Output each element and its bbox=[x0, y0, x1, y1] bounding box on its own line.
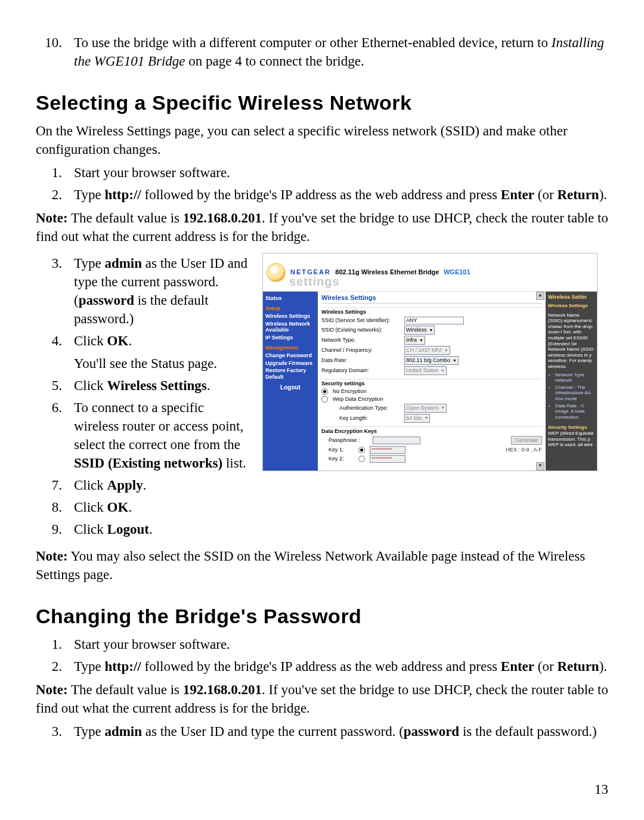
sec1-step3: Type admin as the User ID and type the c… bbox=[36, 254, 250, 328]
sec2-s2ret: Return bbox=[557, 659, 599, 674]
regdomain-value: United States bbox=[406, 367, 438, 374]
help-sub: Wireless Settings bbox=[548, 303, 595, 309]
sec2-steps-3: Type admin as the User ID and type the c… bbox=[36, 722, 608, 741]
sec2-s2pre: Type bbox=[74, 659, 104, 674]
sidebar-item-wireless-available[interactable]: Wireless Network Available bbox=[265, 321, 315, 334]
sec1-step1-text: Start your browser software. bbox=[74, 165, 230, 180]
radio-wep[interactable] bbox=[321, 396, 328, 403]
sec1-note1-ip: 192.168.0.201 bbox=[183, 211, 262, 225]
sec1-steps-3-9: Type admin as the User ID and type the c… bbox=[36, 254, 250, 539]
keylength-label: Key Length: bbox=[339, 415, 402, 422]
s8a: Click bbox=[74, 500, 107, 515]
help-li3: Data Rate - C bridge. A lowe connection. bbox=[555, 403, 595, 420]
sec2-s3b: as the User ID and type the current pass… bbox=[142, 724, 404, 739]
sidebar-item-ip-settings[interactable]: IP Settings bbox=[265, 335, 315, 341]
scroll-down-icon[interactable]: ▼ bbox=[536, 462, 544, 471]
sidebar-item-wireless-settings[interactable]: Wireless Settings bbox=[265, 313, 315, 320]
sec1-step5: Click Wireless Settings. bbox=[36, 376, 250, 395]
s8b: . bbox=[128, 500, 132, 515]
sec2-s2or: (or bbox=[534, 659, 557, 674]
sec1-step4: Click OK. You'll see the Status page. bbox=[36, 332, 250, 372]
sidebar-item-status[interactable]: Status bbox=[265, 295, 315, 302]
sidebar-item-upgrade-firmware[interactable]: Upgrade Firmware bbox=[265, 360, 315, 367]
continued-ordered-list: To use the bridge with a different compu… bbox=[36, 33, 608, 70]
authtype-label: Authentication Type: bbox=[339, 405, 402, 411]
ssid-label: SSID (Service Set Identifier): bbox=[321, 317, 402, 324]
sec2-s3a: Type bbox=[74, 724, 104, 739]
s5a: Click bbox=[74, 378, 107, 393]
chevron-down-icon: ▼ bbox=[441, 369, 445, 373]
sec2-step3: Type admin as the User ID and type the c… bbox=[36, 722, 608, 741]
sec1-note1-pre: Note: bbox=[36, 211, 68, 225]
ssid-existing-label: SSID (Existing networks): bbox=[321, 327, 402, 333]
chevron-down-icon: ▼ bbox=[425, 416, 429, 420]
s4after: You'll see the Status page. bbox=[74, 354, 250, 373]
sidebar-item-restore-default[interactable]: Restore Factory Default bbox=[265, 367, 315, 380]
main-title: Wireless Settings bbox=[321, 294, 542, 304]
sec2-step2: Type http:// followed by the bridge's IP… bbox=[36, 657, 608, 676]
s4b: . bbox=[128, 333, 132, 348]
section-wireless-settings: Wireless Settings bbox=[321, 307, 542, 315]
chevron-down-icon: ▼ bbox=[444, 348, 448, 353]
sec2-note-a: The default value is bbox=[68, 682, 183, 697]
router-main: Wireless Settings Wireless Settings SSID… bbox=[318, 292, 546, 471]
sec2-s3admin: admin bbox=[104, 724, 142, 739]
nettype-value: Infra bbox=[406, 337, 417, 344]
passphrase-input bbox=[373, 437, 420, 444]
help-list: Network Type network. Channel - The Infr… bbox=[555, 372, 595, 420]
sec1-steps-1-2: Start your browser software. Type http:/… bbox=[36, 163, 608, 204]
sec1-step2-end: ). bbox=[599, 187, 607, 202]
regdomain-select: United States▼ bbox=[404, 366, 447, 375]
radio-no-encryption[interactable] bbox=[321, 388, 328, 395]
sec1-step9: Click Logout. bbox=[36, 520, 250, 539]
generate-button[interactable]: Generate bbox=[511, 436, 542, 445]
help-li1: Network Type network. bbox=[555, 372, 595, 383]
router-model: WGE101 bbox=[444, 268, 470, 276]
heading-selecting-wireless: Selecting a Specific Wireless Network bbox=[36, 89, 608, 117]
sec1-note1: Note: The default value is 192.168.0.201… bbox=[36, 209, 608, 246]
sec2-steps-1-2: Start your browser software. Type http:/… bbox=[36, 635, 608, 676]
key2-input: ********** bbox=[370, 455, 405, 463]
channel-select: CH / 2437 Mhz▼ bbox=[404, 346, 450, 355]
s9logout: Logout bbox=[107, 522, 149, 537]
sec2-s2enter: Enter bbox=[501, 659, 534, 674]
sidebar-logout[interactable]: Logout bbox=[265, 384, 315, 391]
chevron-down-icon: ▼ bbox=[429, 328, 434, 333]
scroll-up-icon[interactable]: ▲ bbox=[536, 292, 544, 300]
section-data-encryption-keys: Data Encryption Keys bbox=[321, 426, 542, 435]
sidebar-heading-setup: Setup bbox=[265, 305, 315, 312]
keylength-value: 64 bits bbox=[406, 415, 422, 422]
chevron-down-icon: ▼ bbox=[441, 406, 445, 410]
radio-key1[interactable] bbox=[358, 447, 365, 453]
sec1-step2-or: (or bbox=[534, 187, 557, 202]
sidebar-item-change-password[interactable]: Change Password bbox=[265, 352, 315, 359]
s7a: Click bbox=[74, 478, 107, 493]
sec1-step2-mid: followed by the bridge's IP address as t… bbox=[141, 187, 501, 202]
sidebar-heading-management: Management bbox=[265, 345, 315, 351]
nettype-select[interactable]: Infra▼ bbox=[404, 336, 425, 345]
router-header: NETGEAR 802.11g Wireless Ethernet Bridge… bbox=[263, 253, 597, 292]
help-p1: Network Name (SSID) alphanumeric charac … bbox=[548, 312, 595, 370]
key2-label: Key 2: bbox=[329, 456, 356, 462]
authtype-select: Open System▼ bbox=[404, 404, 447, 413]
ssid-existing-select[interactable]: Wireless▼ bbox=[404, 326, 435, 335]
sec1-step2: Type http:// followed by the bridge's IP… bbox=[36, 185, 608, 204]
s6a: To connect to a specific wireless router… bbox=[74, 400, 243, 452]
sec1-step2-pre: Type bbox=[74, 187, 104, 202]
sec2-note-pre: Note: bbox=[36, 682, 68, 697]
radio-key2[interactable] bbox=[358, 456, 365, 462]
ssid-input[interactable]: ANY bbox=[404, 317, 464, 324]
sec1-note2: Note: You may also select the SSID on th… bbox=[36, 547, 608, 584]
channel-value: CH / 2437 Mhz bbox=[406, 347, 442, 354]
s3pw: password bbox=[79, 293, 134, 308]
s5ws: Wireless Settings bbox=[107, 378, 207, 393]
regdomain-label: Regulatory Domain: bbox=[321, 367, 402, 374]
router-title: 802.11g Wireless Ethernet Bridge bbox=[335, 268, 439, 276]
s6b: list. bbox=[222, 456, 246, 471]
section-security-settings: Security settings bbox=[321, 379, 542, 387]
datarate-label: Data Rate: bbox=[321, 357, 402, 364]
page-number: 13 bbox=[595, 780, 608, 799]
nettype-label: Network Type: bbox=[321, 337, 402, 344]
datarate-select[interactable]: 802.11 b/g Combo▼ bbox=[404, 356, 459, 365]
sec1-step1: Start your browser software. bbox=[36, 163, 608, 182]
